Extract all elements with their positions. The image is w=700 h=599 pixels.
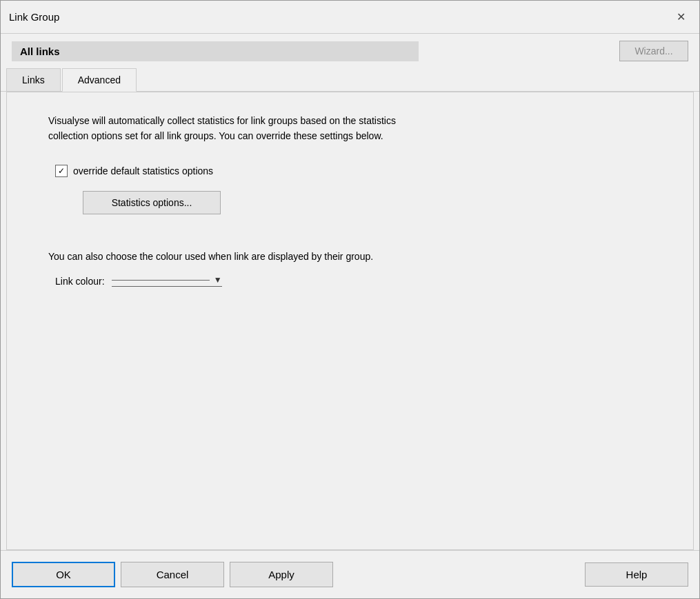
colour-line xyxy=(112,280,210,281)
dropdown-arrow-icon[interactable]: ▼ xyxy=(214,275,222,285)
tab-bar: Links Advanced xyxy=(1,68,699,92)
override-checkbox-label: override default statistics options xyxy=(73,165,213,176)
wizard-button[interactable]: Wizard... xyxy=(619,41,688,61)
colour-label: Link colour: xyxy=(55,276,105,287)
link-name-display: All links xyxy=(12,41,419,61)
help-button[interactable]: Help xyxy=(585,562,688,587)
footer-buttons-left: OK Cancel Apply xyxy=(12,562,333,587)
footer: OK Cancel Apply Help xyxy=(1,550,699,598)
dialog-title: Link Group xyxy=(9,11,59,23)
tab-advanced[interactable]: Advanced xyxy=(62,68,137,92)
override-checkbox[interactable]: ✓ xyxy=(55,165,68,177)
description-text: Visualyse will automatically collect sta… xyxy=(48,113,652,144)
title-bar: Link Group ✕ xyxy=(1,1,699,34)
checkmark-icon: ✓ xyxy=(58,166,65,176)
colour-row: Link colour: ▼ xyxy=(55,275,652,287)
cancel-button[interactable]: Cancel xyxy=(121,562,224,587)
close-button[interactable]: ✕ xyxy=(670,7,691,28)
tab-links[interactable]: Links xyxy=(6,68,61,92)
tab-content: Visualyse will automatically collect sta… xyxy=(6,92,694,550)
ok-button[interactable]: OK xyxy=(12,562,115,587)
apply-button[interactable]: Apply xyxy=(230,562,333,587)
colour-dropdown[interactable]: ▼ xyxy=(112,275,222,287)
toolbar: All links Wizard... xyxy=(1,34,699,68)
footer-buttons-right: Help xyxy=(585,562,688,587)
colour-section: You can also choose the colour used when… xyxy=(48,249,652,287)
link-group-dialog: Link Group ✕ All links Wizard... Links A… xyxy=(0,0,700,599)
override-checkbox-row: ✓ override default statistics options xyxy=(55,165,652,177)
colour-description: You can also choose the colour used when… xyxy=(48,249,652,264)
statistics-options-button[interactable]: Statistics options... xyxy=(83,191,221,214)
